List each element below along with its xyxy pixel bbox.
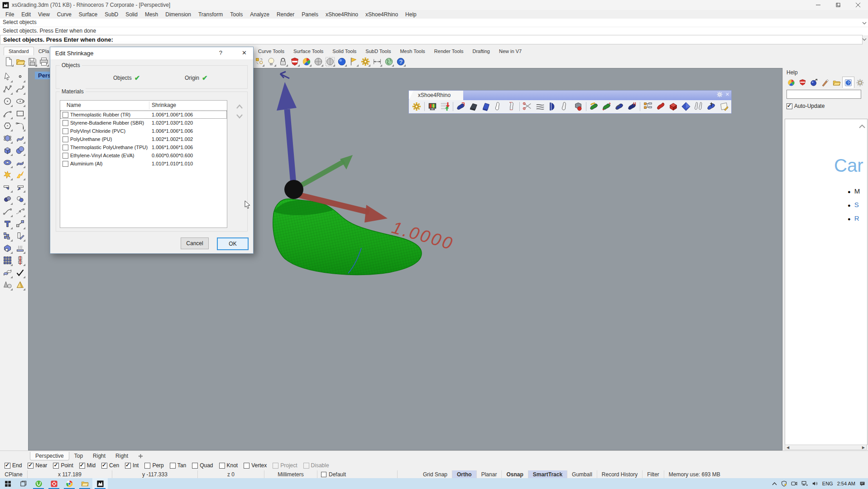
help-horizontal-scrollbar[interactable]: ◀ ▶ [785,445,867,450]
toolbar-tab-new-in-v7[interactable]: New in V7 [494,47,526,55]
maximize-button[interactable] [828,0,848,10]
osnap-tan-checkbox[interactable] [170,463,176,469]
grade-shoe-icon[interactable] [588,101,600,112]
split-tool-icon[interactable] [14,181,26,193]
scissors-cut-icon[interactable] [522,101,533,112]
section-waves-icon[interactable] [534,101,546,112]
taskbar-utorrent-icon[interactable] [31,478,46,489]
flatten-last-icon[interactable] [705,101,717,112]
material-checkbox[interactable] [62,153,68,159]
layer-shield-icon[interactable] [289,56,300,67]
menu-item-panels[interactable]: Panels [298,11,322,18]
menu-item-transform[interactable]: Transform [195,11,226,18]
help-tab-gear-icon[interactable] [854,77,866,88]
help-tab-help-book-icon[interactable]: ? [842,77,854,88]
scale-shoe-icon[interactable] [601,101,613,112]
osnap-vertex[interactable]: Vertex [244,462,267,469]
material-row[interactable]: Ethylene-Vinyl Acetate (EVA)0.600*0.600*… [60,151,227,160]
render-earth-icon[interactable] [384,56,394,67]
material-row[interactable]: Thermoplastic PolyUrethane (TPU)1.006*1.… [60,143,227,151]
osnap-cen[interactable]: Cen [101,462,119,469]
osnap-project[interactable]: Project [273,462,297,469]
taskbar-red-app-icon[interactable] [46,478,62,489]
command-prompt-expand-icon[interactable] [862,38,867,41]
menu-item-analyze[interactable]: Analyze [246,11,273,18]
material-checkbox[interactable] [62,145,68,150]
selection-filter-icon[interactable] [254,56,265,67]
help-bullet-item[interactable]: ●R [848,214,859,222]
sphere-tool-icon[interactable] [14,144,26,156]
pin-shoe-icon[interactable] [626,101,638,112]
status-toggle-smarttrack[interactable]: SmartTrack [528,470,567,478]
command-prompt[interactable]: Select objects. Press Enter when done: [0,35,863,44]
material-row[interactable]: PolyUrethane (PU)1.002*1.002*1.002 [60,135,227,143]
xshoe-toolbar-tab[interactable]: xShoe4Rhino [409,91,463,100]
insole-icon[interactable] [560,101,571,112]
osnap-perp[interactable]: Perp [144,462,163,469]
menu-item-dimension[interactable]: Dimension [162,11,195,18]
red-block-icon[interactable] [667,101,679,112]
status-toggle-osnap[interactable]: Osnap [502,470,528,478]
fillet-tool-icon[interactable] [14,120,26,132]
half-shoe-icon[interactable] [547,101,559,112]
menu-item-edit[interactable]: Edit [18,11,34,18]
taskbar-file-explorer-icon[interactable] [77,478,92,489]
block-tool-icon[interactable] [14,254,26,266]
dialog-close-button[interactable]: ✕ [242,49,247,56]
toolbar-tab-render-tools[interactable]: Render Tools [430,47,468,55]
auto-update-checkbox[interactable] [786,103,792,109]
menu-item-file[interactable]: File [2,11,18,18]
surface-tool-icon[interactable] [14,132,26,144]
osnap-mid[interactable]: Mid [79,462,96,469]
osnap-point[interactable]: Point [53,462,73,469]
help-scroll-up-icon[interactable] [859,125,865,128]
loop-shoe-icon[interactable] [614,101,625,112]
osnap-tan[interactable]: Tan [170,462,186,469]
osnap-knot[interactable]: Knot [219,462,238,469]
status-toggle-ortho[interactable]: Ortho [452,470,477,478]
trim-tool-icon[interactable] [1,181,13,193]
polygon-tool-icon[interactable] [1,120,13,132]
xshoe4rhino-floating-toolbar[interactable]: xShoe4Rhino ✕ 001101011100110110 [408,90,732,114]
viewport-tab-perspective[interactable]: Perspective [30,452,69,460]
boolean-light-tool-icon[interactable] [14,193,26,205]
security-shield-icon[interactable] [781,480,787,487]
cplane-cell[interactable]: CPlane [0,470,28,478]
osnap-int-checkbox[interactable] [125,463,131,469]
torus-tool-icon[interactable] [1,156,13,169]
dark-last-icon[interactable] [468,101,480,112]
command-history-expand-icon[interactable] [862,21,867,25]
sole-pair-icon[interactable] [693,101,705,112]
menu-item-xshoe4rhino[interactable]: xShoe4Rhino [362,11,402,18]
sole-profile-icon[interactable] [506,101,518,112]
help-tab-color-wheel-icon[interactable] [786,77,797,88]
status-toggle-filter[interactable]: Filter [643,470,664,478]
osnap-near[interactable]: Near [28,462,47,469]
move-tool-icon[interactable] [14,218,26,230]
point-tool-icon[interactable] [14,71,26,83]
material-row[interactable]: Aluminium (Al)1.010*1.010*1.010 [60,160,227,168]
notes-edit-icon[interactable] [718,101,730,112]
menu-item-view[interactable]: View [34,11,53,18]
check-tool-icon[interactable] [14,266,26,279]
dialog-title-bar[interactable]: Edit Shrinkage ? ✕ [50,47,253,59]
cone-tool-icon[interactable] [1,279,13,291]
dimension-icon[interactable] [372,56,383,67]
plane-pencil-tool-icon[interactable] [14,230,26,242]
osnap-point-checkbox[interactable] [53,463,59,469]
notes-flag-icon[interactable] [348,56,359,67]
extract-surface-tool-icon[interactable] [1,266,13,279]
save-icon[interactable] [27,56,38,67]
gear-icon[interactable] [360,56,371,67]
osnap-end[interactable]: End [5,462,22,469]
network-icon[interactable] [801,481,808,486]
flash-tool-icon[interactable] [14,169,26,181]
binary-transfer-icon[interactable]: 001101011100110110 [439,101,451,112]
tray-clock[interactable]: 2:54 AM [837,481,855,486]
render-sphere-icon[interactable] [336,56,347,67]
help-tab-material-icon[interactable] [797,77,808,88]
blend-dotted-tool-icon[interactable] [14,205,26,218]
material-checkbox[interactable] [62,136,68,142]
menu-item-xshoe4rhino[interactable]: xShoe4Rhino [322,11,362,18]
open-file-icon[interactable] [15,56,26,67]
